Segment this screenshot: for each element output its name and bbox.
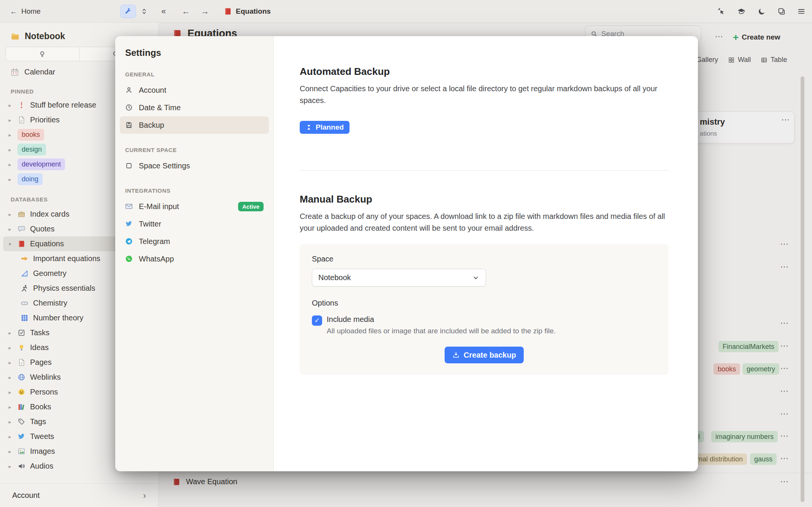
tag-icon [17, 418, 25, 426]
nav-label: WhatsApp [139, 255, 174, 263]
current-space-section-label: CURRENT SPACE [115, 134, 273, 157]
whatsapp-icon [125, 255, 133, 263]
chevron-right-icon[interactable]: ▸ [7, 434, 13, 440]
create-backup-label: Create backup [464, 351, 516, 360]
item-label: Equations [30, 239, 64, 248]
cursor-click-icon [717, 7, 726, 16]
tabs-overview-button[interactable] [775, 5, 788, 18]
hamburger-menu-icon [797, 7, 806, 16]
chevron-right-icon[interactable]: ▸ [7, 404, 13, 410]
telegram-icon [125, 238, 133, 245]
item-label: Tags [30, 417, 46, 426]
chevron-right-icon[interactable]: ▸ [7, 176, 13, 182]
settings-nav-email-input[interactable]: E-Mail input Active [120, 198, 269, 215]
chevron-right-icon[interactable]: ▸ [7, 211, 13, 217]
app-root: ← Home « ← → Equations Notebook Calendar [0, 0, 812, 507]
item-label: Chemistry [33, 299, 67, 307]
chevron-down-icon[interactable]: ▾ [7, 241, 13, 247]
nav-label: E-Mail input [139, 202, 179, 211]
settings-nav-telegram[interactable]: Telegram [120, 233, 269, 250]
space-select[interactable]: Notebook [312, 269, 486, 287]
menu-button[interactable] [795, 5, 808, 18]
planned-badge: Planned [300, 121, 350, 134]
nav-label: Twitter [139, 220, 161, 228]
page-icon [17, 116, 25, 124]
chevron-right-icon[interactable]: ▸ [7, 330, 13, 336]
number-grid-icon [21, 314, 29, 322]
nav-label: Account [139, 86, 166, 95]
options-label: Options [312, 299, 656, 307]
integrations-section-label: INTEGRATIONS [115, 174, 273, 198]
active-tab[interactable]: Equations [224, 7, 271, 16]
chevron-right-icon[interactable]: ▸ [7, 102, 13, 108]
square-icon [125, 162, 133, 170]
item-label: Number theory [33, 314, 83, 322]
item-label: Important equations [33, 254, 100, 263]
settings-content: Automated Backup Connect Capacities to y… [274, 36, 698, 471]
item-label: Geometry [33, 269, 67, 278]
nav-forward-button[interactable]: → [201, 6, 209, 16]
create-backup-button[interactable]: Create backup [445, 347, 524, 363]
tag-pill: books [17, 129, 44, 140]
settings-nav: Settings GENERAL Account Date & Time Bac… [115, 36, 274, 471]
item-label: Books [30, 402, 51, 411]
chevron-right-icon[interactable]: ▸ [7, 226, 13, 232]
chevron-up-down-icon [140, 8, 148, 15]
include-media-checkbox[interactable]: ✓ [312, 315, 322, 326]
chevron-right-icon[interactable]: ▸ [7, 463, 13, 469]
graduation-cap-icon [737, 7, 745, 16]
tag-pill: development [17, 158, 65, 170]
wrench-icon [124, 8, 132, 15]
nav-label: Space Settings [139, 162, 190, 170]
dark-mode-button[interactable] [755, 5, 768, 18]
quick-tools-button[interactable] [120, 5, 136, 18]
collapse-sidebar-button[interactable]: « [161, 6, 166, 16]
cursor-mode-button[interactable] [715, 5, 728, 18]
item-label: Weblinks [30, 373, 61, 382]
ideas-button[interactable] [6, 47, 79, 61]
mail-icon [125, 203, 133, 210]
tag-pill: doing [17, 173, 43, 185]
chevron-right-icon[interactable]: ▸ [7, 448, 13, 455]
item-label: Tasks [30, 328, 49, 337]
tab-title: Equations [236, 7, 271, 16]
item-label: Priorities [30, 116, 60, 124]
chevron-right-icon[interactable]: ▸ [7, 419, 13, 425]
chevron-right-icon[interactable]: ▸ [7, 389, 13, 395]
include-media-label: Include media [327, 315, 556, 324]
chevron-down-icon [472, 274, 480, 282]
smiley-icon [17, 388, 25, 396]
settings-nav-date-time[interactable]: Date & Time [120, 99, 269, 116]
item-label: Pages [30, 358, 52, 367]
lightbulb-icon [17, 344, 25, 352]
hourglass-icon [305, 124, 312, 131]
account-footer[interactable]: Account › [0, 483, 158, 507]
item-label: Ideas [30, 343, 49, 352]
chevron-right-icon[interactable]: ▸ [7, 162, 13, 168]
settings-nav-account[interactable]: Account [120, 81, 269, 99]
runner-icon [21, 284, 29, 292]
index-cards-icon [17, 210, 25, 218]
manual-backup-card: Space Notebook Options ✓ Include media A… [300, 244, 669, 375]
moon-icon [758, 7, 766, 16]
chevron-right-icon[interactable]: ▸ [7, 360, 13, 366]
settings-nav-whatsapp[interactable]: WhatsApp [120, 250, 269, 268]
section-divider [300, 170, 669, 171]
home-button[interactable]: ← Home [10, 7, 41, 16]
chevron-right-icon[interactable]: ▸ [7, 132, 13, 138]
chevron-right-icon[interactable]: ▸ [7, 345, 13, 351]
chevron-right-icon[interactable]: ▸ [7, 374, 13, 380]
settings-title: Settings [115, 48, 273, 58]
settings-nav-backup[interactable]: Backup [120, 116, 269, 134]
automated-backup-description: Connect Capacities to your drive or sele… [300, 83, 667, 106]
page-icon [17, 358, 25, 366]
chevron-right-icon[interactable]: ▸ [7, 117, 13, 123]
settings-nav-space-settings[interactable]: Space Settings [120, 157, 269, 174]
nav-back-button[interactable]: ← [182, 6, 190, 16]
chevron-right-icon[interactable]: ▸ [7, 147, 13, 153]
learning-button[interactable] [735, 5, 748, 18]
item-label: Audios [30, 462, 53, 471]
item-label: Quotes [30, 225, 54, 233]
settings-nav-twitter[interactable]: Twitter [120, 215, 269, 233]
window-expander-button[interactable] [138, 5, 151, 18]
